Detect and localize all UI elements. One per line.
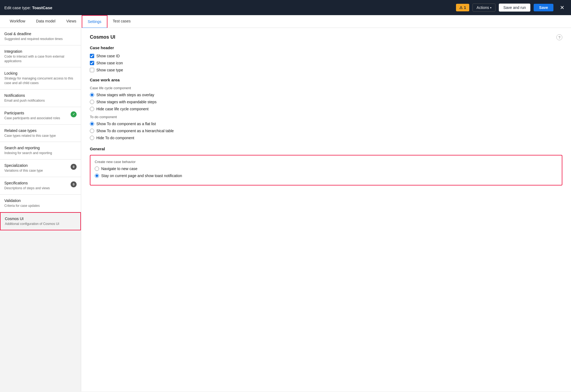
todo-hide-label: Hide To do component (96, 136, 134, 140)
hide-lifecycle-radio[interactable] (90, 107, 94, 111)
tab-workflow[interactable]: Workflow (4, 15, 31, 28)
save-button[interactable]: Save (534, 4, 553, 11)
radio-todo-hierarchical: Show To do component as a hierarchical t… (90, 129, 562, 133)
sidebar-item-participants[interactable]: Participants Case participants and assoc… (0, 107, 81, 125)
help-icon[interactable]: ? (556, 34, 562, 40)
case-header-title: Case header (90, 45, 562, 50)
main-layout: Goal & deadline Suggested and required r… (0, 28, 571, 391)
sidebar-item-title: Cosmos UI (5, 217, 76, 221)
sidebar-item-goal-deadline[interactable]: Goal & deadline Suggested and required r… (0, 28, 81, 45)
general-box: Create new case behavior Navigate to new… (90, 155, 562, 185)
show-case-type-checkbox[interactable] (90, 68, 94, 72)
case-work-area-section: Case work area Case life cycle component… (90, 78, 562, 140)
show-case-icon-checkbox[interactable] (90, 61, 94, 65)
radio-todo-hide: Hide To do component (90, 136, 562, 140)
todo-flat-radio[interactable] (90, 122, 94, 126)
radio-stages-overlay: Show stages with steps as overlay (90, 93, 562, 97)
sidebar-item-locking[interactable]: Locking Strategy for managing concurrent… (0, 67, 81, 89)
sidebar-item-desc: Additional configuration of Cosmos UI (5, 222, 76, 226)
save-and-run-button[interactable]: Save and run (499, 4, 530, 12)
tab-settings[interactable]: Settings (82, 15, 107, 28)
stages-expandable-label: Show stages with expandable steps (96, 100, 157, 104)
sidebar-item-title: Validation (4, 198, 77, 203)
sidebar-item-desc: Suggested and required resolution times (4, 37, 77, 41)
sidebar-item-title: Related case types (4, 128, 77, 133)
tab-test-cases[interactable]: Test cases (107, 15, 136, 28)
sidebar-item-title: Locking (4, 71, 77, 75)
general-title: General (90, 147, 562, 151)
page-title: Cosmos UI (90, 34, 562, 40)
show-case-type-label: Show case type (96, 68, 123, 72)
general-section: General Create new case behavior Navigat… (90, 147, 562, 185)
stages-overlay-radio[interactable] (90, 93, 94, 97)
checkbox-show-case-id: Show case ID (90, 54, 562, 58)
checkbox-show-case-type: Show case type (90, 68, 562, 72)
todo-label: To do component (90, 115, 562, 119)
sidebar-item-desc: Descriptions of steps and views (4, 186, 68, 191)
header-case-name: ToastCase (32, 5, 52, 10)
chevron-down-icon: ▾ (490, 6, 491, 9)
show-case-icon-label: Show case icon (96, 61, 123, 65)
sidebar-item-desc: Case participants and associated roles (4, 116, 68, 121)
app-header: Edit case type: ToastCase ⚠ 1 Actions ▾ … (0, 0, 571, 15)
radio-stay-toast: Stay on current page and show toast noti… (95, 174, 557, 178)
sidebar: Goal & deadline Suggested and required r… (0, 28, 81, 391)
sidebar-item-title: Participants (4, 111, 68, 115)
sidebar-item-validation[interactable]: Validation Criteria for case updates (0, 195, 81, 212)
life-cycle-label: Case life cycle component (90, 86, 562, 90)
sidebar-item-desc: Variations of this case type (4, 168, 68, 173)
sidebar-item-integration[interactable]: Integration Code to interact with a case… (0, 45, 81, 68)
sidebar-item-title: Notifications (4, 93, 77, 98)
sidebar-item-notifications[interactable]: Notifications Email and push notificatio… (0, 89, 81, 107)
close-button[interactable]: ✕ (558, 3, 567, 12)
sidebar-item-related-case-types[interactable]: Related case types Case types related to… (0, 125, 81, 142)
page-header-row: Cosmos UI ? (90, 34, 562, 40)
navigate-new-radio[interactable] (95, 167, 99, 171)
checkbox-show-case-icon: Show case icon (90, 61, 562, 65)
navigate-new-label: Navigate to new case (101, 167, 137, 171)
todo-flat-label: Show To do component as a flat list (96, 122, 156, 126)
specialization-badge: 0 (71, 164, 77, 170)
sidebar-item-desc: Strategy for managing concurrent access … (4, 76, 77, 85)
actions-label: Actions (477, 5, 489, 10)
sidebar-item-title: Integration (4, 49, 77, 54)
show-case-id-checkbox[interactable] (90, 54, 94, 58)
stages-overlay-label: Show stages with steps as overlay (96, 93, 154, 97)
sidebar-item-specifications[interactable]: Specifications Descriptions of steps and… (0, 177, 81, 195)
main-content: Cosmos UI ? Case header Show case ID Sho… (81, 28, 571, 391)
radio-todo-flat: Show To do component as a flat list (90, 122, 562, 126)
todo-hierarchical-radio[interactable] (90, 129, 94, 133)
todo-hierarchical-label: Show To do component as a hierarchical t… (96, 129, 174, 133)
participants-badge: ✓ (71, 111, 77, 117)
warning-button[interactable]: ⚠ 1 (456, 4, 469, 11)
sidebar-item-title: Search and reporting (4, 146, 77, 150)
tab-data-model[interactable]: Data model (31, 15, 61, 28)
header-title: Edit case type: ToastCase (4, 5, 453, 10)
stay-toast-radio[interactable] (95, 174, 99, 178)
sidebar-item-desc: Email and push notifications (4, 98, 77, 103)
tab-bar: Workflow Data model Views Settings Test … (0, 15, 571, 28)
sidebar-item-desc: Criteria for case updates (4, 204, 77, 208)
specifications-badge: 0 (71, 181, 77, 187)
tab-views[interactable]: Views (61, 15, 82, 28)
sidebar-item-search-reporting[interactable]: Search and reporting Indexing for search… (0, 142, 81, 160)
radio-navigate-new: Navigate to new case (95, 167, 557, 171)
header-prefix: Edit case type: (4, 5, 31, 10)
show-case-id-label: Show case ID (96, 54, 120, 58)
sidebar-item-title: Goal & deadline (4, 32, 77, 36)
todo-hide-radio[interactable] (90, 136, 94, 140)
sidebar-item-cosmos-ui[interactable]: Cosmos UI Additional configuration of Co… (0, 212, 81, 231)
radio-stages-expandable: Show stages with expandable steps (90, 100, 562, 104)
sidebar-item-title: Specifications (4, 181, 68, 185)
stages-expandable-radio[interactable] (90, 100, 94, 104)
sidebar-item-desc: Code to interact with a case from extern… (4, 54, 77, 64)
actions-button[interactable]: Actions ▾ (472, 4, 495, 12)
sidebar-item-title: Specialization (4, 163, 68, 168)
sidebar-item-desc: Case types related to this case type (4, 134, 77, 138)
case-work-area-title: Case work area (90, 78, 562, 82)
radio-hide-lifecycle: Hide case life cycle component (90, 107, 562, 111)
hide-lifecycle-label: Hide case life cycle component (96, 107, 149, 111)
sidebar-item-desc: Indexing for search and reporting (4, 151, 77, 155)
stay-toast-label: Stay on current page and show toast noti… (101, 174, 182, 178)
sidebar-item-specialization[interactable]: Specialization Variations of this case t… (0, 160, 81, 177)
